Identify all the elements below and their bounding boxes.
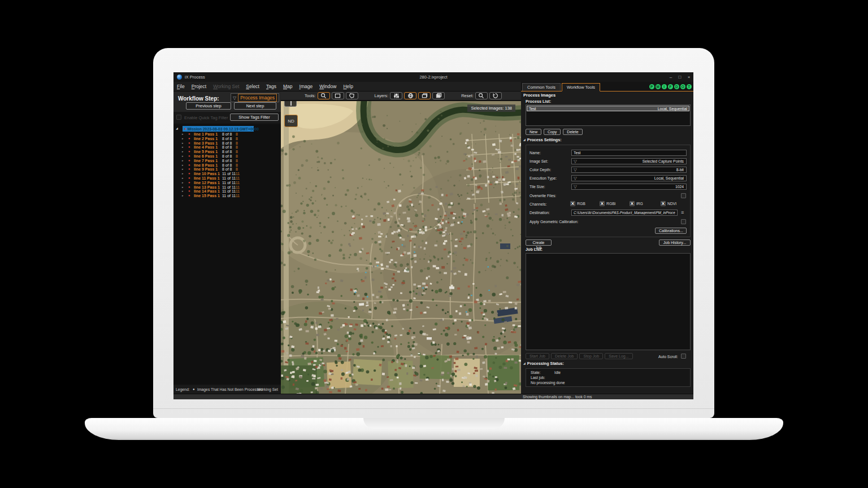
expand-arrow-icon[interactable]: ▸ (182, 141, 184, 146)
step-badge-i[interactable]: I (662, 84, 667, 90)
status-dot-icon: ● (188, 132, 190, 137)
maximize-icon[interactable]: □ (675, 75, 684, 80)
menu-tags[interactable]: Tags (266, 84, 276, 89)
auto-scroll-checkbox[interactable] (681, 354, 686, 359)
expand-arrow-icon[interactable]: ▸ (182, 181, 184, 185)
tab-workflow-tools[interactable]: Workflow Tools (562, 83, 600, 91)
expand-arrow-icon[interactable]: ▸ (182, 145, 184, 150)
tree-line-item[interactable]: ▸●line 9 Pass 18 of 88 (173, 167, 281, 172)
close-icon[interactable]: × (684, 75, 693, 80)
thumbnails-layer-button[interactable] (432, 92, 445, 99)
workflow-step-dropdown[interactable]: ▽ Process Images (231, 93, 279, 102)
step-badge-t[interactable]: T (687, 84, 692, 90)
menu-help[interactable]: Help (343, 84, 353, 89)
image-set-dropdown[interactable]: ▽ Selected Capture Points (571, 158, 687, 164)
images-layer-button[interactable] (418, 92, 431, 99)
nd-layer-button[interactable]: ND (284, 115, 298, 127)
channel-checkbox-ndvi[interactable]: × (661, 201, 666, 206)
menu-file[interactable]: File (177, 84, 185, 89)
processing-status-header[interactable]: ◢Processing Status: (523, 361, 564, 366)
start-job-button[interactable]: Start Job (526, 353, 549, 359)
previous-step-button[interactable]: Previous step (186, 102, 231, 110)
minimize-icon[interactable]: – (666, 75, 675, 80)
lasso-select-tool-button[interactable] (346, 92, 358, 99)
channel-checkbox-rgbi[interactable]: × (600, 201, 605, 206)
expand-arrow-icon[interactable]: ▸ (182, 159, 184, 163)
reset-rotation-button[interactable] (489, 92, 502, 99)
expand-arrow-icon[interactable]: ▸ (182, 176, 184, 181)
execution-type-dropdown[interactable]: ▽ Local, Sequential (571, 175, 687, 181)
step-badge-o[interactable]: O (680, 84, 686, 90)
expand-arrow-icon[interactable]: ▸ (182, 167, 184, 172)
tree-line-item[interactable]: ▸●line 5 Pass 18 of 88 (173, 150, 281, 154)
expanded-arrow-icon[interactable]: ◢ (176, 127, 178, 130)
tree-line-count: 11 of 11 (222, 181, 236, 185)
map-view[interactable]: ND Selected Images: 138 (281, 101, 521, 394)
menu-window[interactable]: Window (319, 84, 336, 89)
tree-line-item[interactable]: ▸●line 4 Pass 18 of 88 (173, 145, 281, 150)
show-tags-filter-button[interactable]: Show Tags Filter (230, 114, 279, 121)
save-log-button[interactable]: Save Log... (605, 353, 632, 359)
delete-process-button[interactable]: Delete (563, 129, 582, 135)
menu-project[interactable]: Project (192, 84, 206, 89)
tab-common-tools[interactable]: Common Tools (522, 83, 561, 91)
create-job-button[interactable]: Create Job (526, 239, 552, 246)
expand-arrow-icon[interactable]: ▸ (182, 172, 184, 176)
color-depth-dropdown[interactable]: ▽ 8-bit (571, 167, 687, 173)
expand-arrow-icon[interactable]: ▸ (182, 189, 184, 194)
process-list[interactable]: TestLocal, Sequential (526, 104, 691, 126)
name-input[interactable] (571, 150, 687, 156)
next-step-button[interactable]: Next step (234, 102, 276, 110)
channel-checkbox-rgb[interactable]: × (570, 201, 575, 206)
calibrations-button[interactable]: Calibrations... (655, 228, 687, 234)
expand-arrow-icon[interactable]: ▸ (182, 132, 184, 137)
menu-image[interactable]: Image (300, 84, 313, 89)
tree-line-item[interactable]: ▸●line 15 Pass 111 of 1111 (173, 194, 281, 198)
tile-size-label: Tile Size: (530, 185, 545, 189)
tree-line-item[interactable]: ▸●line 7 Pass 18 of 88 (173, 159, 281, 163)
channel-checkbox-irg[interactable]: × (630, 201, 635, 206)
basemap-layer-button[interactable] (404, 92, 416, 99)
process-list-item[interactable]: TestLocal, Sequential (527, 106, 689, 111)
expand-arrow-icon[interactable]: ▸ (182, 154, 184, 159)
step-badge-f[interactable]: F (668, 84, 674, 90)
menu-select[interactable]: Select (246, 84, 259, 89)
stop-job-button[interactable]: Stop Job (579, 353, 603, 359)
copy-process-button[interactable]: Copy (544, 129, 561, 135)
tree-line-item[interactable]: ▸●line 1 Pass 18 of 88 (173, 132, 281, 137)
process-settings-header[interactable]: ◢Process Settings: (523, 137, 562, 142)
tree-line-item[interactable]: ▸●line 11 Pass 111 of 1111 (173, 176, 281, 181)
job-history-button[interactable]: Job History... (659, 239, 691, 246)
step-badge-d[interactable]: D (674, 84, 680, 90)
zoom-select-tool-button[interactable] (318, 92, 330, 99)
new-process-button[interactable]: New (526, 129, 541, 135)
map-side-button[interactable] (284, 101, 297, 107)
delete-job-button[interactable]: Delete Job (551, 353, 578, 359)
expand-arrow-icon[interactable]: ▸ (182, 137, 184, 141)
tree-line-item[interactable]: ▸●line 6 Pass 18 of 88 (173, 154, 281, 159)
step-badge-m[interactable]: M (656, 84, 661, 90)
tree-line-item[interactable]: ▸●line 13 Pass 111 of 1111 (173, 185, 281, 190)
tree-line-item[interactable]: ▸●line 8 Pass 18 of 88 (173, 163, 281, 168)
tree-line-item[interactable]: ▸●line 12 Pass 111 of 1111 (173, 181, 281, 185)
browse-menu-icon[interactable]: ≡ (681, 210, 684, 215)
tree-line-item[interactable]: ▸●line 3 Pass 18 of 88 (173, 141, 281, 146)
tile-size-dropdown[interactable]: ▽ 1024 (571, 184, 687, 190)
tree-line-item[interactable]: ▸●line 10 Pass 111 of 1111 (173, 172, 281, 176)
tree-mission-item[interactable]: ◢ ● Mission 2023-08-03 09.12.19 GMT+0000 (173, 126, 281, 132)
expand-arrow-icon[interactable]: ▸ (182, 185, 184, 190)
expand-arrow-icon[interactable]: ▸ (182, 194, 184, 198)
reset-zoom-button[interactable] (475, 92, 488, 99)
layer-sliders-button[interactable] (390, 92, 402, 99)
expand-arrow-icon[interactable]: ▸ (182, 150, 184, 154)
expand-arrow-icon[interactable]: ▸ (182, 163, 184, 168)
step-badge-p[interactable]: P (649, 84, 655, 90)
tree-line-item[interactable]: ▸●line 2 Pass 18 of 88 (173, 137, 281, 141)
overwrite-files-checkbox[interactable] (681, 193, 686, 198)
menu-map[interactable]: Map (283, 84, 293, 89)
apply-geometric-calibration-checkbox[interactable] (681, 219, 686, 224)
rectangle-select-tool-button[interactable] (332, 92, 344, 99)
destination-input[interactable] (571, 210, 678, 216)
job-list[interactable] (526, 253, 691, 350)
tree-line-item[interactable]: ▸●line 14 Pass 111 of 1111 (173, 189, 281, 194)
